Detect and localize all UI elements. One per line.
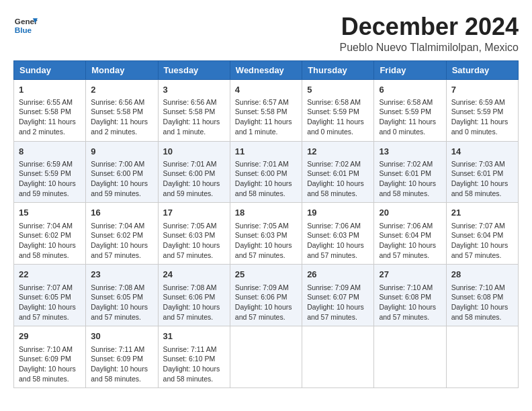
day-content: Sunset: 6:08 PM (451, 292, 513, 302)
calendar-cell: 7Sunrise: 6:59 AMSunset: 5:59 PMDaylight… (446, 79, 518, 141)
day-content: Daylight: 10 hours (163, 302, 225, 312)
day-content: Sunrise: 7:07 AM (19, 283, 81, 293)
day-content: Sunset: 6:06 PM (163, 292, 225, 302)
day-content: Sunset: 6:10 PM (163, 354, 225, 364)
day-content: Sunset: 6:05 PM (91, 292, 152, 302)
column-header-saturday: Saturday (446, 60, 518, 79)
day-content: Daylight: 10 hours (19, 240, 81, 250)
calendar-cell: 31Sunrise: 7:11 AMSunset: 6:10 PMDayligh… (158, 326, 230, 388)
day-number: 18 (235, 207, 297, 219)
calendar-cell: 12Sunrise: 7:02 AMSunset: 6:01 PMDayligh… (302, 141, 374, 203)
day-content: Daylight: 10 hours (91, 179, 152, 189)
day-number: 4 (235, 84, 297, 96)
calendar-cell: 30Sunrise: 7:11 AMSunset: 6:09 PMDayligh… (86, 326, 158, 388)
day-content: Daylight: 11 hours (19, 117, 81, 127)
day-content: Sunrise: 7:10 AM (451, 283, 513, 293)
day-content: Daylight: 10 hours (235, 240, 297, 250)
day-number: 10 (163, 146, 225, 158)
day-number: 15 (19, 207, 81, 219)
day-number: 30 (91, 330, 152, 342)
day-content: Sunrise: 7:01 AM (235, 159, 297, 169)
calendar-cell (302, 326, 374, 388)
day-content: Sunset: 6:09 PM (91, 354, 152, 364)
day-content: and 1 minute. (163, 127, 225, 137)
day-content: and 57 minutes. (307, 312, 369, 322)
day-content: Sunset: 6:09 PM (19, 354, 81, 364)
calendar-week-5: 29Sunrise: 7:10 AMSunset: 6:09 PMDayligh… (14, 326, 519, 388)
day-content: Sunset: 6:02 PM (19, 230, 81, 240)
day-number: 21 (451, 207, 513, 219)
day-number: 2 (91, 84, 152, 96)
day-content: Sunset: 5:59 PM (19, 169, 81, 179)
day-content: Daylight: 10 hours (451, 240, 513, 250)
day-content: Sunset: 6:01 PM (451, 169, 513, 179)
calendar-cell (230, 326, 302, 388)
calendar-cell: 3Sunrise: 6:56 AMSunset: 5:58 PMDaylight… (158, 79, 230, 141)
day-content: and 58 minutes. (379, 189, 441, 199)
day-number: 13 (379, 146, 441, 158)
calendar-cell: 2Sunrise: 6:56 AMSunset: 5:58 PMDaylight… (86, 79, 158, 141)
day-content: Sunset: 6:04 PM (451, 230, 513, 240)
day-content: Sunrise: 6:57 AM (235, 97, 297, 107)
page-header: General Blue December 2024 Pueblo Nuevo … (13, 13, 519, 54)
day-content: Sunset: 6:00 PM (91, 169, 152, 179)
day-content: Sunrise: 7:04 AM (91, 221, 152, 231)
day-content: Sunrise: 7:01 AM (163, 159, 225, 169)
day-content: Sunset: 5:58 PM (91, 107, 152, 117)
day-content: and 59 minutes. (91, 189, 152, 199)
calendar-cell: 11Sunrise: 7:01 AMSunset: 6:00 PMDayligh… (230, 141, 302, 203)
day-content: Sunset: 5:58 PM (19, 107, 81, 117)
day-content: Daylight: 11 hours (91, 117, 152, 127)
day-content: and 58 minutes. (19, 250, 81, 261)
day-content: and 57 minutes. (451, 250, 513, 261)
day-content: Sunrise: 6:56 AM (163, 97, 225, 107)
calendar-cell: 27Sunrise: 7:10 AMSunset: 6:08 PMDayligh… (374, 265, 446, 326)
day-content: and 58 minutes. (307, 189, 369, 199)
day-content: Sunrise: 7:02 AM (307, 159, 369, 169)
day-content: Sunrise: 7:02 AM (379, 159, 441, 169)
calendar-cell: 21Sunrise: 7:07 AMSunset: 6:04 PMDayligh… (446, 203, 518, 265)
calendar-header-row: SundayMondayTuesdayWednesdayThursdayFrid… (14, 60, 519, 79)
calendar-cell: 13Sunrise: 7:02 AMSunset: 6:01 PMDayligh… (374, 141, 446, 203)
day-content: Daylight: 10 hours (19, 364, 81, 374)
calendar-cell: 4Sunrise: 6:57 AMSunset: 5:58 PMDaylight… (230, 79, 302, 141)
day-content: Daylight: 11 hours (379, 117, 441, 127)
day-number: 27 (379, 269, 441, 281)
day-number: 6 (379, 84, 441, 96)
calendar-cell: 16Sunrise: 7:04 AMSunset: 6:02 PMDayligh… (86, 203, 158, 265)
day-content: Daylight: 10 hours (379, 302, 441, 312)
day-content: Sunset: 6:08 PM (379, 292, 441, 302)
day-content: and 57 minutes. (163, 250, 225, 261)
svg-text:General: General (15, 17, 38, 26)
day-content: Sunset: 6:01 PM (379, 169, 441, 179)
day-content: and 2 minutes. (19, 127, 81, 137)
day-number: 16 (91, 207, 152, 219)
svg-text:Blue: Blue (15, 26, 32, 34)
day-content: Sunrise: 7:08 AM (163, 283, 225, 293)
column-header-thursday: Thursday (302, 60, 374, 79)
day-content: Sunset: 6:00 PM (163, 169, 225, 179)
column-header-tuesday: Tuesday (158, 60, 230, 79)
day-content: Sunset: 6:03 PM (307, 230, 369, 240)
day-content: Sunrise: 7:05 AM (163, 221, 225, 231)
column-header-friday: Friday (374, 60, 446, 79)
day-content: Daylight: 10 hours (451, 179, 513, 189)
day-content: Daylight: 10 hours (163, 240, 225, 250)
day-number: 14 (451, 146, 513, 158)
calendar-cell (446, 326, 518, 388)
calendar-cell: 29Sunrise: 7:10 AMSunset: 6:09 PMDayligh… (14, 326, 86, 388)
day-content: Sunset: 5:58 PM (235, 107, 297, 117)
day-number: 20 (379, 207, 441, 219)
day-content: and 59 minutes. (19, 189, 81, 199)
day-content: and 57 minutes. (379, 250, 441, 261)
logo: General Blue (13, 13, 39, 38)
day-content: and 0 minutes. (307, 127, 369, 137)
day-content: Daylight: 10 hours (307, 240, 369, 250)
day-content: Sunrise: 6:58 AM (307, 97, 369, 107)
day-content: Sunrise: 6:59 AM (19, 159, 81, 169)
day-content: Daylight: 10 hours (235, 302, 297, 312)
day-content: and 58 minutes. (163, 374, 225, 384)
day-number: 7 (451, 84, 513, 96)
day-content: Daylight: 11 hours (307, 117, 369, 127)
day-number: 5 (307, 84, 369, 96)
